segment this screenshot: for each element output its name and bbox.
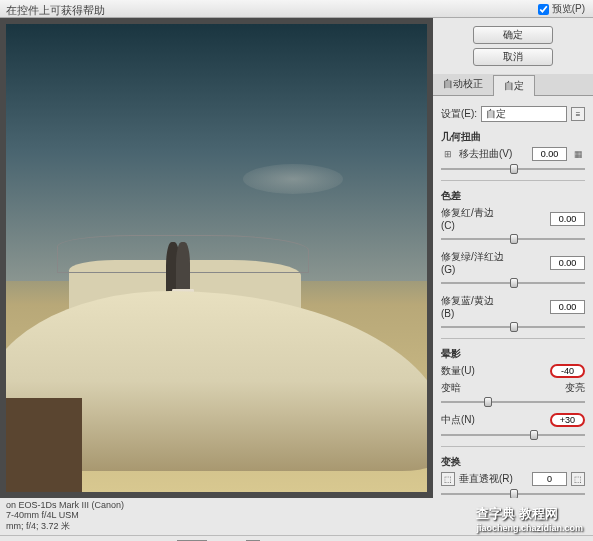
- amount-label: 数量(U): [441, 364, 506, 378]
- settings-label: 设置(E):: [441, 107, 477, 121]
- red-cyan-label: 修复红/青边(C): [441, 206, 506, 231]
- v-perspective-icon: ⬚: [441, 472, 455, 486]
- grid-icon: ⊞: [441, 147, 455, 161]
- remove-distortion-label: 移去扭曲(V): [459, 147, 524, 161]
- cancel-button[interactable]: 取消: [473, 48, 553, 66]
- settings-dropdown[interactable]: 自定: [481, 106, 567, 122]
- preview-image[interactable]: [6, 24, 427, 492]
- midpoint-slider[interactable]: [441, 430, 585, 440]
- preview-checkbox[interactable]: [538, 4, 549, 15]
- amount-input[interactable]: [550, 364, 585, 378]
- v-perspective-label: 垂直透视(R): [459, 472, 524, 486]
- settings-menu-icon[interactable]: ≡: [571, 107, 585, 121]
- image-panel: [0, 18, 433, 498]
- section-chromatic: 色差: [441, 189, 585, 203]
- v-perspective-icon2: ⬚: [571, 472, 585, 486]
- red-cyan-input[interactable]: [550, 212, 585, 226]
- blue-yellow-slider[interactable]: [441, 322, 585, 332]
- green-magenta-label: 修复绿/洋红边(G): [441, 250, 506, 275]
- amount-right-label: 变亮: [535, 381, 585, 395]
- midpoint-input[interactable]: [550, 413, 585, 427]
- section-transform: 变换: [441, 455, 585, 469]
- tab-custom[interactable]: 自定: [493, 75, 535, 96]
- v-perspective-input[interactable]: [532, 472, 567, 486]
- blue-yellow-label: 修复蓝/黄边(B): [441, 294, 506, 319]
- amount-left-label: 变暗: [441, 381, 491, 395]
- ok-button[interactable]: 确定: [473, 26, 553, 44]
- remove-distortion-input[interactable]: [532, 147, 567, 161]
- tab-auto-correction[interactable]: 自动校正: [433, 74, 493, 95]
- midpoint-label: 中点(N): [441, 413, 506, 427]
- blue-yellow-input[interactable]: [550, 300, 585, 314]
- green-magenta-input[interactable]: [550, 256, 585, 270]
- barrel-icon: ▦: [571, 147, 585, 161]
- toolbar-hint: 在控件上可获得帮助: [6, 4, 105, 16]
- section-geometric: 几何扭曲: [441, 130, 585, 144]
- green-magenta-slider[interactable]: [441, 278, 585, 288]
- amount-slider[interactable]: [441, 397, 585, 407]
- watermark: 查字典 教程网 jiaocheng.chazidian.com: [476, 505, 583, 533]
- v-perspective-slider[interactable]: [441, 489, 585, 498]
- red-cyan-slider[interactable]: [441, 234, 585, 244]
- remove-distortion-slider[interactable]: [441, 164, 585, 174]
- section-vignette: 晕影: [441, 347, 585, 361]
- preview-label: 预览(P): [552, 2, 585, 16]
